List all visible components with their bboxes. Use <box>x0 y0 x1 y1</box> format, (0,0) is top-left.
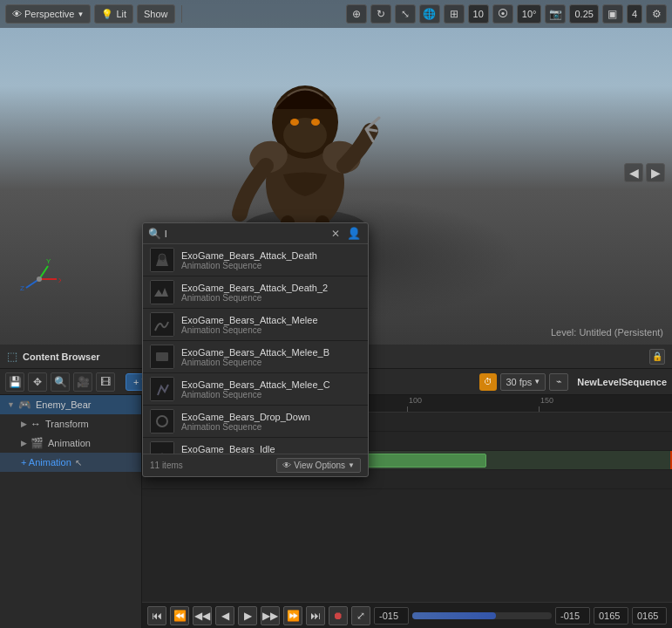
play-button[interactable]: ▶ <box>238 606 257 625</box>
perspective-dropdown[interactable]: 👁 Perspective ▼ <box>5 4 91 24</box>
view-icon[interactable]: ▣ <box>602 4 623 24</box>
film-tool-btn[interactable]: 🎞 <box>96 372 115 392</box>
svg-point-14 <box>37 276 42 282</box>
camera-num[interactable]: 4 <box>627 4 642 24</box>
playback-bar: ⏮ ⏪ ◀◀ ◀ ▶ ▶▶ ⏩ ⏭ ⏺ ⤢ -015 -015 0165 016… <box>142 602 672 628</box>
dropdown-item-1[interactable]: ExoGame_Bears_Attack_Death_2 Animation S… <box>143 276 368 309</box>
track-item-enemy-bear[interactable]: ▼ 🎮 Enemy_Bear <box>0 395 141 414</box>
timeline-scrubber[interactable] <box>412 612 552 619</box>
dropdown-item-2[interactable]: ExoGame_Bears_Attack_Melee Animation Seq… <box>143 309 368 341</box>
svg-point-6 <box>290 119 299 126</box>
ruler-mark-100: 100 <box>409 396 422 405</box>
anim-thumbnail-6 <box>150 441 174 454</box>
search-tool-btn[interactable]: 🔍 <box>51 372 70 392</box>
show-dropdown[interactable]: Show <box>137 4 175 24</box>
anim-item-text-5: ExoGame_Bears_Drop_Down Animation Sequen… <box>181 412 361 432</box>
level-info: Level: Untitled (Persistent) <box>551 327 663 338</box>
angle-snap-icon[interactable]: ⦿ <box>492 4 513 24</box>
person-icon[interactable]: 👤 <box>345 227 363 240</box>
svg-point-16 <box>159 254 166 261</box>
track-item-animation[interactable]: ▶ 🎬 Animation <box>0 433 141 453</box>
timecode-right-end[interactable]: 0165 <box>632 607 667 625</box>
nav-left-arrow[interactable]: ◀ <box>624 163 643 182</box>
scale-icon[interactable]: ⤡ <box>395 4 416 24</box>
anim-thumbnail-2 <box>150 312 174 337</box>
anim-item-text-2: ExoGame_Bears_Attack_Melee Animation Seq… <box>181 315 361 335</box>
animation-icon: 🎬 <box>31 437 44 449</box>
anim-thumbnail-4 <box>150 377 174 401</box>
go-start-button[interactable]: ⏮ <box>147 606 166 625</box>
add-animation-label: + Animation <box>21 457 71 468</box>
lit-label: Lit <box>116 9 126 19</box>
grid-size[interactable]: 10 <box>468 4 489 24</box>
chevron-down-icon: ▼ <box>77 10 84 18</box>
anim-item-text-3: ExoGame_Bears_Attack_Melee_B Animation S… <box>181 347 361 367</box>
rotate-icon[interactable]: ↻ <box>370 4 391 24</box>
dropdown-search-bar: 🔍 ✕ 👤 <box>143 223 368 244</box>
snap-icon[interactable]: ⊞ <box>444 4 465 24</box>
move-tool-btn[interactable]: ✥ <box>28 372 47 392</box>
sequence-icon: ⏱ <box>479 373 497 391</box>
record-button[interactable]: ⏺ <box>329 606 348 625</box>
translate-icon[interactable]: ⊕ <box>346 4 367 24</box>
step-back-button[interactable]: ⏪ <box>170 606 189 625</box>
dropdown-item-6[interactable]: ExoGame_Bears_Idle Animation Sequence <box>143 438 368 454</box>
track-panel: ▼ 🎮 Enemy_Bear ▶ ↔ Transform ▶ 🎬 Animati… <box>0 395 142 628</box>
anim-thumbnail-0 <box>150 248 174 272</box>
camera-icon[interactable]: 📷 <box>545 4 566 24</box>
save-tool-btn[interactable]: 💾 <box>5 372 24 392</box>
fps-value: 30 fps <box>506 377 532 387</box>
cursor-indicator: ↖ <box>75 458 82 468</box>
scale-value[interactable]: 0.25 <box>569 4 598 24</box>
enemy-bear-icon: 🎮 <box>18 399 31 411</box>
prev-frame-button[interactable]: ◀ <box>215 606 234 625</box>
dropdown-item-5[interactable]: ExoGame_Bears_Drop_Down Animation Sequen… <box>143 406 368 438</box>
expand-icon: ▼ <box>7 400 15 409</box>
svg-rect-17 <box>151 281 173 304</box>
dropdown-animation-list: ExoGame_Bears_Attack_Death Animation Seq… <box>143 244 368 454</box>
go-end-button[interactable]: ⏭ <box>306 606 325 625</box>
key-button[interactable]: ⌁ <box>549 373 568 391</box>
view-options-button[interactable]: 👁 View Options ▼ <box>276 458 361 473</box>
prev-key-button[interactable]: ◀◀ <box>193 606 212 625</box>
close-icon[interactable]: ✕ <box>329 228 342 240</box>
expand-button[interactable]: ⤢ <box>351 606 370 625</box>
animation-label: Animation <box>48 438 91 448</box>
anim-name-5: ExoGame_Bears_Drop_Down <box>181 412 361 422</box>
dropdown-item-3[interactable]: ExoGame_Bears_Attack_Melee_B Animation S… <box>143 341 368 373</box>
anim-name-0: ExoGame_Bears_Attack_Death <box>181 250 361 261</box>
lit-dropdown[interactable]: 💡 Lit <box>94 4 133 24</box>
anim-name-3: ExoGame_Bears_Attack_Melee_B <box>181 347 361 358</box>
dropdown-search-input[interactable] <box>165 229 326 239</box>
video-tool-btn[interactable]: 🎥 <box>73 372 92 392</box>
svg-point-5 <box>283 118 327 153</box>
anim-item-text-1: ExoGame_Bears_Attack_Death_2 Animation S… <box>181 283 361 303</box>
fps-dropdown[interactable]: 30 fps ▼ <box>500 373 546 391</box>
angle-value[interactable]: 10° <box>517 4 542 24</box>
view-options-label: View Options <box>294 461 345 470</box>
add-animation-button[interactable]: + Animation ↖ <box>0 453 141 472</box>
dropdown-item-0[interactable]: ExoGame_Bears_Attack_Death Animation Seq… <box>143 244 368 276</box>
anim-name-2: ExoGame_Bears_Attack_Melee <box>181 315 361 325</box>
svg-rect-22 <box>151 410 173 433</box>
dropdown-item-4[interactable]: ExoGame_Bears_Attack_Melee_C Animation S… <box>143 373 368 406</box>
anim-name-1: ExoGame_Bears_Attack_Death_2 <box>181 283 361 293</box>
next-frame-button[interactable]: ▶▶ <box>261 606 280 625</box>
next-key-button[interactable]: ⏩ <box>283 606 302 625</box>
nav-right-arrow[interactable]: ▶ <box>646 163 665 182</box>
lock-button[interactable]: 🔒 <box>649 349 665 365</box>
search-icon: 🔍 <box>148 228 161 240</box>
separator-1 <box>181 5 182 23</box>
svg-rect-24 <box>151 442 173 454</box>
track-item-transform[interactable]: ▶ ↔ Transform <box>0 414 141 433</box>
anim-thumbnail-3 <box>150 345 174 369</box>
fps-control: 30 fps ▼ <box>500 373 546 391</box>
world-icon[interactable]: 🌐 <box>419 4 440 24</box>
timecode-right-start[interactable]: 0165 <box>594 607 628 625</box>
timecode-left[interactable]: -015 <box>374 607 409 625</box>
settings-icon[interactable]: ⚙ <box>646 4 667 24</box>
anim-type-4: Animation Sequence <box>181 390 361 399</box>
timecode-right[interactable]: -015 <box>555 607 590 625</box>
level-info-text: Level: Untitled (Persistent) <box>551 327 663 338</box>
anim-type-5: Animation Sequence <box>181 422 361 432</box>
